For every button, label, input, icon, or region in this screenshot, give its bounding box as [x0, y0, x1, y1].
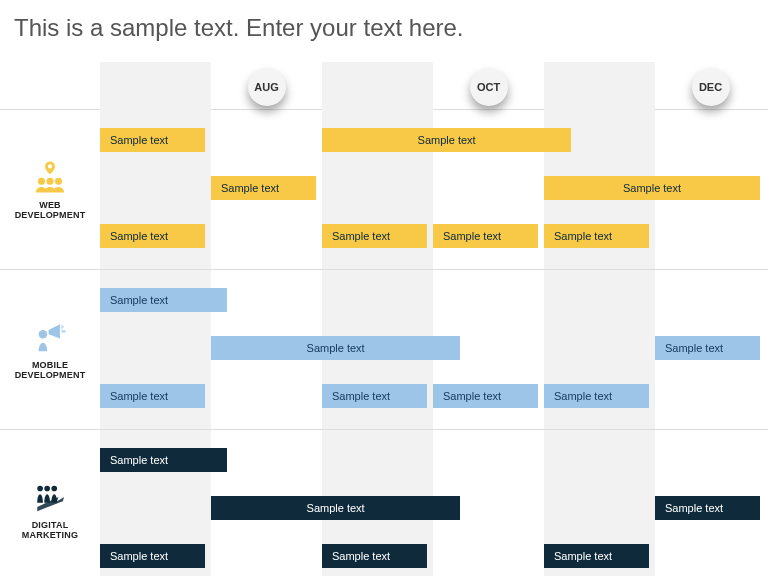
month-dec: DEC [692, 68, 730, 106]
task-bar: Sample text [211, 176, 316, 200]
roadmap-chart: JULAUGSEPOCTNOVDEC WEBDEVELOPMENTSample … [0, 62, 768, 576]
svg-point-5 [44, 485, 50, 491]
task-bar: Sample text [322, 224, 427, 248]
lane-mobile-dev: MOBILEDEVELOPMENTSample textSample textS… [0, 270, 768, 430]
lane-label-line: DEVELOPMENT [15, 370, 86, 380]
svg-point-0 [38, 177, 45, 184]
task-bar: Sample text [211, 496, 460, 520]
svg-point-6 [51, 485, 57, 491]
task-bar: Sample text [433, 224, 538, 248]
location-group-icon [33, 160, 67, 194]
task-bar: Sample text [322, 128, 571, 152]
svg-point-1 [46, 177, 53, 184]
svg-point-4 [37, 485, 43, 491]
task-bar: Sample text [544, 176, 760, 200]
lane-label-web-dev: WEBDEVELOPMENT [0, 110, 100, 269]
lane-label-line: MOBILE [32, 360, 68, 370]
lane-label-line: DEVELOPMENT [15, 210, 86, 220]
lane-label-mobile-dev: MOBILEDEVELOPMENT [0, 270, 100, 429]
page-title: This is a sample text. Enter your text h… [0, 0, 768, 62]
task-bar: Sample text [100, 288, 227, 312]
task-bar: Sample text [655, 496, 760, 520]
task-bar: Sample text [544, 384, 649, 408]
lane-digital-mkt: DIGITALMARKETINGSample textSample textSa… [0, 430, 768, 576]
task-bar: Sample text [655, 336, 760, 360]
task-bar: Sample text [100, 544, 205, 568]
lane-label-line: DIGITAL [32, 520, 69, 530]
lane-web-dev: WEBDEVELOPMENTSample textSample textSamp… [0, 110, 768, 270]
task-bar: Sample text [100, 384, 205, 408]
task-bar: Sample text [544, 544, 649, 568]
month-aug: AUG [248, 68, 286, 106]
lane-label-line: MARKETING [22, 530, 78, 540]
task-bar: Sample text [433, 384, 538, 408]
task-bar: Sample text [100, 128, 205, 152]
lane-label-digital-mkt: DIGITALMARKETING [0, 430, 100, 576]
month-oct: OCT [470, 68, 508, 106]
task-bar: Sample text [100, 224, 205, 248]
megaphone-icon [33, 320, 67, 354]
task-bar: Sample text [322, 544, 427, 568]
task-bar: Sample text [211, 336, 460, 360]
lanes-container: WEBDEVELOPMENTSample textSample textSamp… [0, 110, 768, 576]
svg-point-2 [55, 177, 62, 184]
lane-label-line: WEB [39, 200, 61, 210]
task-bar: Sample text [322, 384, 427, 408]
task-bar: Sample text [544, 224, 649, 248]
task-bar: Sample text [100, 448, 227, 472]
svg-point-3 [39, 329, 48, 338]
people-arrow-icon [33, 480, 67, 514]
